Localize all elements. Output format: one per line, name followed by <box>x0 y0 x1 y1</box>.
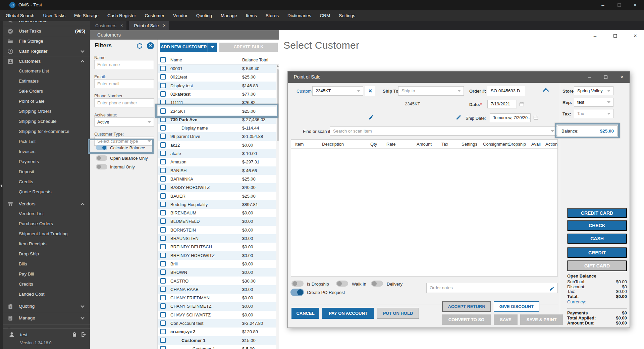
row-checkbox[interactable] <box>160 100 166 105</box>
row-checkbox[interactable] <box>160 287 166 292</box>
save-button[interactable]: SAVE <box>494 314 518 325</box>
sidebar-item-customers[interactable]: Customers <box>3 56 90 66</box>
close-tab-icon[interactable]: × <box>163 23 165 28</box>
close-filters-icon[interactable]: ✕ <box>147 42 154 49</box>
sidebar-item-shipping-for-e-commerce[interactable]: Shipping for e-commerce <box>3 127 90 137</box>
table-row[interactable]: сгыещьук 2$120.89 <box>158 328 276 336</box>
row-checkbox[interactable] <box>160 74 166 80</box>
sidebar-item-item-receipts[interactable]: Item Receipts <box>3 239 90 249</box>
add-new-customer-dropdown[interactable] <box>208 43 217 52</box>
total-line-currency-[interactable]: Currency: <box>567 299 627 304</box>
table-row[interactable]: BREINDY HOROWITZ$0.00 <box>158 251 276 260</box>
row-checkbox[interactable] <box>160 244 166 249</box>
sidebar-item-cash-register[interactable]: $Cash Register <box>3 46 90 56</box>
table-row[interactable]: BASSY HOROWITZ$40.00 <box>158 183 276 192</box>
sidebar-item-user-tasks[interactable]: User Tasks(985) <box>3 26 90 36</box>
row-checkbox[interactable] <box>160 125 166 131</box>
edit-ship-to-icon[interactable] <box>456 114 462 120</box>
sidebar-item-shipping-orders[interactable]: Shipping Orders <box>3 106 90 116</box>
items-column-dropship[interactable]: Dropship <box>508 142 526 147</box>
order-notes-input[interactable]: Order notes <box>426 283 558 293</box>
lock-icon[interactable] <box>71 331 78 338</box>
menu-item-vendor[interactable]: Vendor <box>169 10 192 21</box>
sidebar-item-quoting[interactable]: ?Quoting <box>3 301 90 311</box>
menu-item-dictionaries[interactable]: Dictionaries <box>283 10 316 21</box>
rep-select[interactable]: test <box>574 98 613 107</box>
items-column-rate[interactable]: Rate <box>386 142 395 147</box>
calendar-icon[interactable] <box>533 115 539 120</box>
row-checkbox[interactable] <box>160 91 166 97</box>
row-checkbox[interactable] <box>160 253 166 258</box>
table-row[interactable]: Amazon$-297.31 <box>158 158 276 166</box>
sidebar-item-credits[interactable]: Credits <box>3 177 90 187</box>
table-row[interactable]: 2345KT$25.00 <box>158 107 276 115</box>
row-checkbox[interactable] <box>160 185 166 190</box>
customers-scrollbar[interactable] <box>276 64 279 349</box>
sidebar-item-invoices[interactable]: Invoices <box>3 147 90 157</box>
calendar-icon[interactable] <box>519 101 525 107</box>
ship-date-input[interactable]: Tomorrow, 7/20/20... <box>490 113 531 122</box>
sidebar-item-pay-bill[interactable]: Pay Bill <box>3 269 90 279</box>
refresh-icon[interactable] <box>136 42 143 50</box>
table-row[interactable]: ak12$0.00 <box>158 141 276 149</box>
save-and-print-button[interactable]: SAVE & PRINT <box>520 314 563 325</box>
table-row[interactable]: CASTRO$30.00 <box>158 277 276 285</box>
items-column-description[interactable]: Description <box>322 142 344 147</box>
sidebar-item-bills[interactable]: Bills <box>3 259 90 269</box>
menu-item-cash-register[interactable]: Cash Register <box>103 10 141 21</box>
clear-customer-icon[interactable]: × <box>365 86 375 96</box>
items-column-amount[interactable]: Amount <box>417 142 432 147</box>
sidebar-item-estimates[interactable]: Estimates <box>3 76 90 86</box>
internal-only-toggle[interactable] <box>96 164 107 169</box>
menu-item-manage[interactable]: Manage <box>216 10 241 21</box>
sidebar-item-shipping-schedule[interactable]: Shipping Schedule <box>3 116 90 127</box>
collapse-header-icon[interactable] <box>543 88 549 94</box>
table-row[interactable]: Con Account test$-3,247.80 <box>158 319 276 328</box>
sidebar-item-items[interactable]: Items <box>3 325 90 328</box>
tax-select[interactable]: Tax <box>574 109 613 118</box>
tab-customers[interactable]: Customers× <box>90 21 126 30</box>
table-row[interactable]: BARMINKA$25.00 <box>158 175 276 183</box>
row-checkbox[interactable] <box>160 151 166 156</box>
row-checkbox[interactable] <box>160 117 166 122</box>
store-select[interactable]: Spring Valley <box>574 86 613 95</box>
row-checkbox[interactable] <box>160 193 166 199</box>
items-column-item[interactable]: Item <box>295 142 304 147</box>
table-row[interactable]: 111111$26.82 <box>158 98 276 107</box>
row-checkbox[interactable] <box>160 108 166 114</box>
menu-item-quoting[interactable]: Quoting <box>192 10 216 21</box>
items-column-consignment[interactable]: Consignment <box>483 142 509 147</box>
select-all-checkbox[interactable] <box>160 57 166 62</box>
customer-select[interactable]: 2345KT <box>312 86 363 96</box>
mdi-restore-button[interactable] <box>612 33 618 39</box>
active-state-select[interactable]: Active <box>94 117 154 127</box>
sidebar-item-landed-cost[interactable]: Landed Cost <box>3 289 90 299</box>
pos-close-button[interactable]: × <box>614 71 630 83</box>
menu-item-customer[interactable]: Customer <box>140 10 169 21</box>
menu-item-user-tasks[interactable]: User Tasks <box>39 10 70 21</box>
table-row[interactable]: Display test$146.83 <box>158 82 276 90</box>
row-checkbox[interactable] <box>160 202 166 207</box>
table-row[interactable]: BANISH$-46.66 <box>158 166 276 175</box>
table-row[interactable]: BAUER$25.00 <box>158 192 276 200</box>
create-po-request-toggle[interactable] <box>290 289 304 296</box>
row-checkbox[interactable] <box>160 329 166 334</box>
logout-icon[interactable] <box>80 331 87 338</box>
table-row[interactable]: BLUMENFELD$0.00 <box>158 217 276 226</box>
sidebar-item-file-storage[interactable]: File Storage <box>3 36 90 46</box>
put-on-hold-button[interactable]: PUT ON HOLD <box>377 308 419 319</box>
row-checkbox[interactable] <box>160 227 166 233</box>
walk-in-toggle[interactable] <box>336 281 348 287</box>
row-checkbox[interactable] <box>160 159 166 164</box>
row-checkbox[interactable] <box>160 210 166 215</box>
items-column-avail[interactable]: Avail <box>531 142 541 147</box>
sidebar-item-point-of-sale[interactable]: Point of Sale <box>3 96 90 106</box>
menu-item-items[interactable]: Items <box>241 10 261 21</box>
convert-to-so-button[interactable]: CONVERT TO SO <box>442 314 491 325</box>
table-row[interactable]: akate$-10.00 <box>158 149 276 158</box>
table-row[interactable]: Bedding Hospitality$897.81 <box>158 200 276 209</box>
items-column-settings[interactable]: Settings <box>462 142 477 147</box>
row-checkbox[interactable] <box>160 320 166 326</box>
calculate-balance-toggle[interactable] <box>96 145 107 150</box>
app-restore-button[interactable] <box>611 0 627 10</box>
